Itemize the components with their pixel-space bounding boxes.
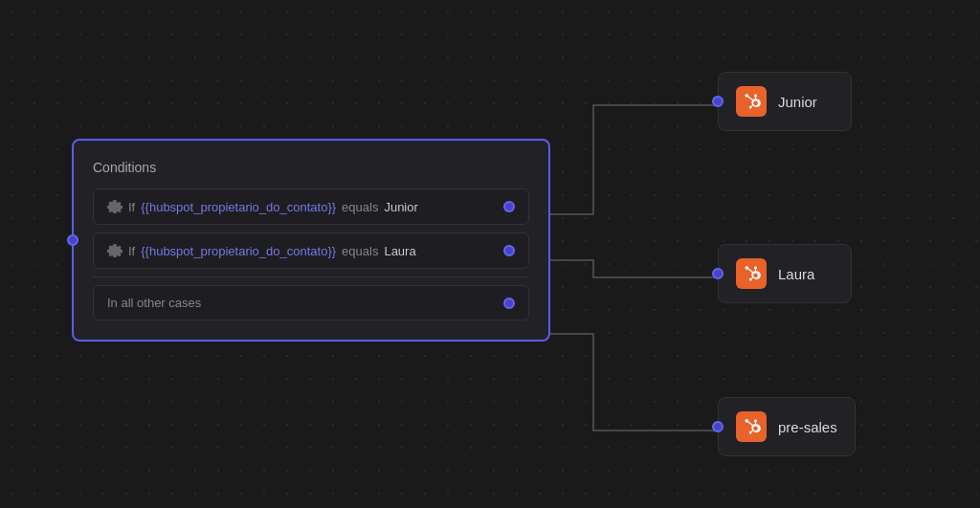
condition-if-label: If [128,200,135,214]
output-node-laura: Laura [718,244,852,303]
hubspot-icon-laura [736,258,767,289]
resize-handle[interactable] [513,306,523,316]
output-connector-junior[interactable] [503,201,515,212]
input-dot-presales[interactable] [712,421,724,432]
input-dot-junior[interactable] [712,96,724,107]
output-label-junior: Junior [778,94,817,110]
condition-equals-2: equals [342,244,378,258]
conditions-node: Conditions If {{hubspot_propietario_do_c… [72,139,550,342]
divider [93,276,529,277]
condition-row-content-2: If {{hubspot_propietario_do_contato}} eq… [107,243,416,258]
condition-row-content: If {{hubspot_propietario_do_contato}} eq… [107,199,418,214]
hubspot-logo-junior [742,92,761,111]
other-cases-label: In all other cases [107,296,201,310]
input-connector[interactable] [67,234,78,246]
output-connector-laura[interactable] [503,245,515,256]
output-label-presales: pre-sales [778,419,837,435]
condition-equals-1: equals [342,200,378,214]
condition-value-laura: Laura [384,244,415,258]
output-label-laura: Laura [778,266,814,282]
conditions-title: Conditions [93,160,529,175]
hubspot-icon-presales [736,411,767,442]
output-node-presales: pre-sales [718,397,856,456]
hubspot-logo-laura [742,264,761,283]
other-cases-row: In all other cases [93,285,529,320]
hubspot-logo-presales [742,417,761,436]
output-node-junior: Junior [718,72,852,131]
condition-variable-2: {{hubspot_propietario_do_contato}} [141,244,336,258]
condition-row-junior: If {{hubspot_propietario_do_contato}} eq… [93,188,529,225]
condition-value-junior: Junior [384,200,417,214]
condition-variable-1: {{hubspot_propietario_do_contato}} [141,200,336,214]
hubspot-icon-junior [736,86,767,117]
gear-icon [107,199,122,214]
condition-if-label-2: If [128,244,135,258]
gear-icon-2 [107,243,122,258]
input-dot-laura[interactable] [712,268,724,279]
condition-row-laura: If {{hubspot_propietario_do_contato}} eq… [93,232,529,269]
